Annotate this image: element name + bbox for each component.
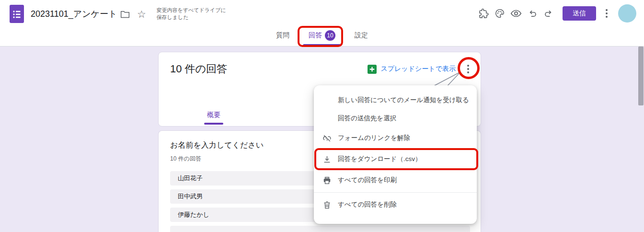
trash-icon bbox=[322, 200, 332, 209]
menu-item-unlink-form[interactable]: フォームのリンクを解除 bbox=[314, 128, 477, 149]
download-icon bbox=[322, 155, 332, 164]
puzzle-icon bbox=[478, 8, 489, 19]
menu-divider bbox=[314, 192, 477, 193]
menu-item-download-csv[interactable]: 回答をダウンロード（.csv） bbox=[314, 149, 477, 170]
tab-settings[interactable]: 設定 bbox=[349, 25, 374, 46]
header-more-options-button[interactable] bbox=[601, 8, 612, 19]
save-status: 変更内容をすべてドライブに 保存しました bbox=[156, 7, 226, 21]
responses-count-title: 10 件の回答 bbox=[170, 62, 227, 76]
tab-questions[interactable]: 質問 bbox=[270, 25, 295, 46]
sheets-icon bbox=[368, 65, 377, 74]
vertical-scrollbar-thumb[interactable] bbox=[638, 46, 644, 105]
responses-options-menu: 新しい回答についてのメール通知を受け取る 回答の送信先を選択 フォームのリンクを… bbox=[314, 85, 477, 224]
move-to-folder-button[interactable] bbox=[117, 6, 133, 22]
tab-responses[interactable]: 回答 10 bbox=[303, 25, 341, 46]
responses-more-options-button[interactable] bbox=[462, 63, 474, 75]
redo-icon bbox=[543, 8, 554, 19]
tab-summary[interactable]: 概要 bbox=[203, 111, 225, 125]
theme-button[interactable] bbox=[492, 5, 508, 22]
menu-item-print-all[interactable]: すべての回答を印刷 bbox=[314, 170, 477, 191]
account-avatar[interactable] bbox=[618, 4, 636, 23]
google-forms-responses-page: 20231101_アンケート ☆ 変更内容をすべてドライブに 保存しました bbox=[0, 0, 644, 232]
send-button[interactable]: 送信 bbox=[563, 6, 596, 21]
print-icon bbox=[322, 176, 332, 185]
eye-icon bbox=[510, 8, 522, 19]
menu-item-select-destination[interactable]: 回答の送信先を選択 bbox=[314, 109, 477, 128]
responses-count-badge: 10 bbox=[325, 30, 335, 41]
palette-icon bbox=[494, 8, 505, 19]
form-tabs: 質問 回答 10 設定 bbox=[266, 25, 378, 46]
google-forms-logo-icon bbox=[10, 5, 24, 23]
view-in-sheets-link[interactable]: スプレッドシートで表示 bbox=[368, 65, 456, 74]
undo-icon bbox=[527, 8, 538, 19]
unlink-icon bbox=[322, 134, 332, 143]
menu-item-email-notifications[interactable]: 新しい回答についてのメール通知を受け取る bbox=[314, 91, 477, 109]
menu-item-delete-all[interactable]: すべての回答を削除 bbox=[314, 194, 477, 215]
addons-button[interactable] bbox=[475, 5, 492, 22]
app-header: 20231101_アンケート ☆ 変更内容をすべてドライブに 保存しました bbox=[0, 0, 644, 46]
summary-tab-underline bbox=[204, 123, 223, 125]
preview-button[interactable] bbox=[508, 5, 524, 22]
answer-row-partial bbox=[170, 226, 470, 232]
star-button[interactable]: ☆ bbox=[133, 6, 150, 22]
undo-button[interactable] bbox=[524, 5, 540, 22]
document-title[interactable]: 20231101_アンケート bbox=[31, 8, 117, 20]
redo-button[interactable] bbox=[540, 5, 557, 22]
folder-icon bbox=[120, 10, 130, 18]
star-icon: ☆ bbox=[137, 9, 146, 19]
